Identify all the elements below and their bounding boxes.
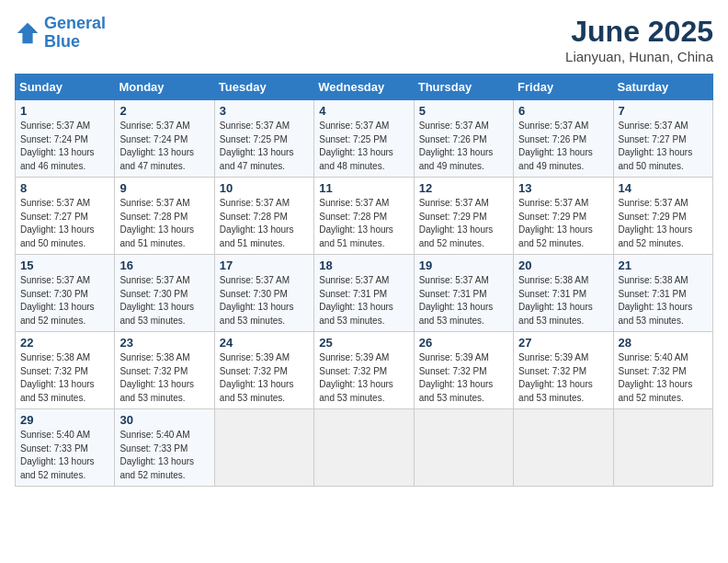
day-info: Sunrise: 5:37 AM Sunset: 7:27 PM Dayligh… (20, 197, 109, 250)
calendar-week-row: 1Sunrise: 5:37 AM Sunset: 7:24 PM Daylig… (16, 100, 713, 178)
calendar-table: SundayMondayTuesdayWednesdayThursdayFrid… (15, 74, 713, 487)
day-number: 27 (518, 336, 608, 350)
day-info: Sunrise: 5:37 AM Sunset: 7:29 PM Dayligh… (619, 197, 708, 250)
day-info: Sunrise: 5:37 AM Sunset: 7:28 PM Dayligh… (319, 197, 408, 250)
day-number: 14 (619, 181, 708, 195)
day-number: 16 (119, 259, 209, 272)
day-info: Sunrise: 5:38 AM Sunset: 7:32 PM Dayligh… (119, 351, 209, 405)
calendar-week-row: 22Sunrise: 5:38 AM Sunset: 7:32 PM Dayli… (16, 332, 713, 409)
calendar-day-cell: 1Sunrise: 5:37 AM Sunset: 7:24 PM Daylig… (16, 100, 115, 178)
calendar-day-cell: 10Sunrise: 5:37 AM Sunset: 7:28 PM Dayli… (214, 178, 313, 255)
day-number: 23 (119, 336, 209, 350)
day-info: Sunrise: 5:37 AM Sunset: 7:25 PM Dayligh… (319, 120, 408, 173)
calendar-day-cell (414, 409, 513, 487)
calendar-week-row: 15Sunrise: 5:37 AM Sunset: 7:30 PM Dayli… (16, 255, 713, 332)
calendar-day-cell: 22Sunrise: 5:38 AM Sunset: 7:32 PM Dayli… (16, 332, 115, 409)
day-number: 3 (220, 104, 309, 118)
calendar-day-cell (613, 409, 712, 487)
day-number: 8 (20, 181, 109, 195)
day-number: 12 (419, 181, 508, 195)
day-number: 4 (319, 104, 408, 118)
calendar-day-cell: 29Sunrise: 5:40 AM Sunset: 7:33 PM Dayli… (16, 409, 115, 487)
day-info: Sunrise: 5:39 AM Sunset: 7:32 PM Dayligh… (518, 351, 608, 405)
day-number: 15 (20, 259, 109, 272)
calendar-day-cell: 6Sunrise: 5:37 AM Sunset: 7:26 PM Daylig… (514, 100, 613, 178)
header-cell-monday: Monday (115, 75, 214, 100)
calendar-day-cell: 17Sunrise: 5:37 AM Sunset: 7:30 PM Dayli… (214, 255, 313, 332)
day-number: 13 (518, 181, 608, 195)
day-number: 17 (220, 259, 309, 272)
day-info: Sunrise: 5:38 AM Sunset: 7:32 PM Dayligh… (20, 351, 109, 405)
day-info: Sunrise: 5:37 AM Sunset: 7:24 PM Dayligh… (20, 120, 109, 173)
calendar-day-cell: 13Sunrise: 5:37 AM Sunset: 7:29 PM Dayli… (514, 178, 613, 255)
day-number: 30 (119, 413, 209, 427)
page-header: General Blue June 2025 Lianyuan, Hunan, … (15, 15, 713, 64)
day-info: Sunrise: 5:39 AM Sunset: 7:32 PM Dayligh… (419, 351, 508, 405)
calendar-day-cell: 7Sunrise: 5:37 AM Sunset: 7:27 PM Daylig… (613, 100, 712, 178)
header-cell-friday: Friday (514, 75, 613, 100)
calendar-day-cell: 20Sunrise: 5:38 AM Sunset: 7:31 PM Dayli… (514, 255, 613, 332)
logo-text: General Blue (44, 15, 106, 52)
day-info: Sunrise: 5:37 AM Sunset: 7:25 PM Dayligh… (220, 120, 309, 173)
day-number: 19 (419, 259, 508, 272)
day-info: Sunrise: 5:37 AM Sunset: 7:26 PM Dayligh… (518, 120, 608, 173)
day-number: 26 (419, 336, 508, 350)
calendar-day-cell (514, 409, 613, 487)
header-cell-sunday: Sunday (16, 75, 115, 100)
calendar-day-cell: 11Sunrise: 5:37 AM Sunset: 7:28 PM Dayli… (314, 178, 414, 255)
calendar-day-cell: 4Sunrise: 5:37 AM Sunset: 7:25 PM Daylig… (314, 100, 414, 178)
calendar-subtitle: Lianyuan, Hunan, China (565, 49, 713, 64)
day-info: Sunrise: 5:40 AM Sunset: 7:33 PM Dayligh… (20, 429, 109, 482)
logo-line2: Blue (44, 32, 80, 51)
day-number: 2 (119, 104, 209, 118)
day-number: 28 (619, 336, 708, 350)
calendar-day-cell: 23Sunrise: 5:38 AM Sunset: 7:32 PM Dayli… (115, 332, 214, 409)
calendar-week-row: 29Sunrise: 5:40 AM Sunset: 7:33 PM Dayli… (16, 409, 713, 487)
calendar-day-cell (214, 409, 313, 487)
logo: General Blue (15, 15, 106, 52)
day-info: Sunrise: 5:38 AM Sunset: 7:31 PM Dayligh… (619, 274, 708, 327)
calendar-day-cell (314, 409, 414, 487)
calendar-day-cell: 5Sunrise: 5:37 AM Sunset: 7:26 PM Daylig… (414, 100, 513, 178)
day-number: 6 (518, 104, 608, 118)
calendar-body: 1Sunrise: 5:37 AM Sunset: 7:24 PM Daylig… (16, 100, 713, 487)
header-cell-saturday: Saturday (613, 75, 712, 100)
calendar-day-cell: 16Sunrise: 5:37 AM Sunset: 7:30 PM Dayli… (115, 255, 214, 332)
day-info: Sunrise: 5:39 AM Sunset: 7:32 PM Dayligh… (220, 351, 309, 405)
calendar-day-cell: 14Sunrise: 5:37 AM Sunset: 7:29 PM Dayli… (613, 178, 712, 255)
day-info: Sunrise: 5:40 AM Sunset: 7:32 PM Dayligh… (619, 351, 708, 405)
day-number: 18 (319, 259, 408, 272)
calendar-header-row: SundayMondayTuesdayWednesdayThursdayFrid… (16, 75, 713, 100)
calendar-day-cell: 18Sunrise: 5:37 AM Sunset: 7:31 PM Dayli… (314, 255, 414, 332)
day-info: Sunrise: 5:37 AM Sunset: 7:30 PM Dayligh… (220, 274, 309, 327)
day-info: Sunrise: 5:37 AM Sunset: 7:31 PM Dayligh… (319, 274, 408, 327)
calendar-day-cell: 26Sunrise: 5:39 AM Sunset: 7:32 PM Dayli… (414, 332, 513, 409)
day-number: 25 (319, 336, 408, 350)
header-cell-wednesday: Wednesday (314, 75, 414, 100)
day-number: 11 (319, 181, 408, 195)
day-info: Sunrise: 5:38 AM Sunset: 7:31 PM Dayligh… (518, 274, 608, 327)
day-info: Sunrise: 5:37 AM Sunset: 7:30 PM Dayligh… (20, 274, 109, 327)
calendar-day-cell: 3Sunrise: 5:37 AM Sunset: 7:25 PM Daylig… (214, 100, 313, 178)
calendar-day-cell: 2Sunrise: 5:37 AM Sunset: 7:24 PM Daylig… (115, 100, 214, 178)
day-info: Sunrise: 5:37 AM Sunset: 7:28 PM Dayligh… (119, 197, 209, 250)
day-number: 22 (20, 336, 109, 350)
logo-icon (15, 20, 40, 46)
day-info: Sunrise: 5:37 AM Sunset: 7:31 PM Dayligh… (419, 274, 508, 327)
logo-line1: General (44, 14, 106, 32)
day-info: Sunrise: 5:37 AM Sunset: 7:29 PM Dayligh… (419, 197, 508, 250)
svg-marker-0 (17, 23, 38, 43)
day-info: Sunrise: 5:40 AM Sunset: 7:33 PM Dayligh… (119, 429, 209, 482)
calendar-day-cell: 12Sunrise: 5:37 AM Sunset: 7:29 PM Dayli… (414, 178, 513, 255)
day-number: 20 (518, 259, 608, 272)
calendar-day-cell: 15Sunrise: 5:37 AM Sunset: 7:30 PM Dayli… (16, 255, 115, 332)
day-info: Sunrise: 5:37 AM Sunset: 7:30 PM Dayligh… (119, 274, 209, 327)
day-info: Sunrise: 5:37 AM Sunset: 7:28 PM Dayligh… (220, 197, 309, 250)
calendar-day-cell: 25Sunrise: 5:39 AM Sunset: 7:32 PM Dayli… (314, 332, 414, 409)
day-number: 1 (20, 104, 109, 118)
day-info: Sunrise: 5:37 AM Sunset: 7:29 PM Dayligh… (518, 197, 608, 250)
calendar-day-cell: 8Sunrise: 5:37 AM Sunset: 7:27 PM Daylig… (16, 178, 115, 255)
day-info: Sunrise: 5:37 AM Sunset: 7:27 PM Dayligh… (619, 120, 708, 173)
calendar-week-row: 8Sunrise: 5:37 AM Sunset: 7:27 PM Daylig… (16, 178, 713, 255)
day-number: 24 (220, 336, 309, 350)
